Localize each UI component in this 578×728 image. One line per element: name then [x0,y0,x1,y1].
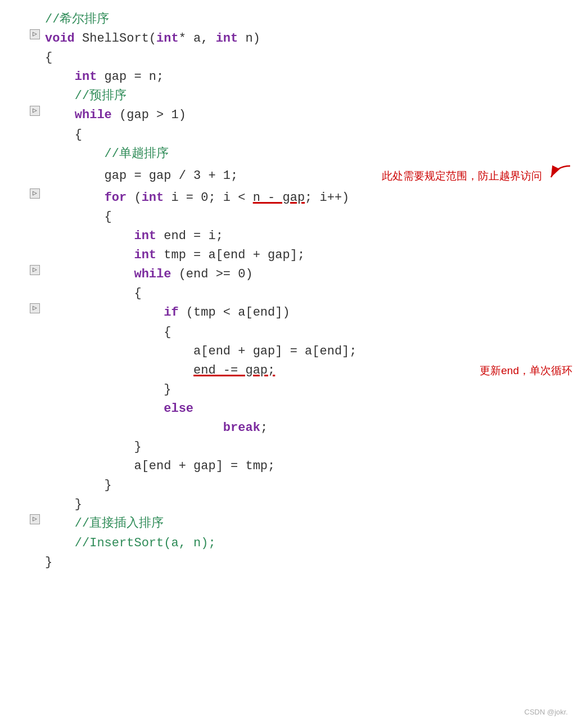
fold-icon-16[interactable]: ▷ [30,303,40,313]
line-4: int gap = n; [27,68,572,87]
code-break: break; [45,419,572,438]
code-while-end: while (end >= 0) [45,265,572,284]
gutter-6[interactable]: ▷ [27,106,43,116]
code-comment-single: //单趟排序 [45,145,572,164]
arrow-gap [545,164,572,188]
line-18: a[end + gap] = a[end]; [27,342,572,361]
line-16: ▷ if (tmp < a[end]) [27,303,572,322]
line-9: gap = gap / 3 + 1; 此处需要规定范围，防止越界访问 [27,164,572,188]
line-12: int end = i; [27,227,572,246]
code-comment-header: //希尔排序 [45,10,572,29]
annotation-gap: 此处需要规定范围，防止越界访问 [382,168,542,184]
line-7: { [27,125,572,145]
code-end-minus-gap: end -= gap; [45,361,475,380]
line-15: { [27,284,572,303]
line-25: } [27,476,572,495]
code-a-end-gap-assign: a[end + gap] = a[end]; [45,342,572,361]
line-2: ▷ void ShellSort(int* a, int n) [27,29,572,48]
gutter-2[interactable]: ▷ [27,29,43,39]
line-19: end -= gap; 更新end，单次循环 [27,361,572,380]
code-open-brace-1: { [45,125,572,145]
annotation-end: 更新end，单次循环 [480,362,572,379]
line-3: { [27,48,572,68]
fold-icon-2[interactable]: ▷ [30,29,40,39]
code-open-brace-0: { [45,48,572,68]
line-28: //InsertSort(a, n); [27,534,572,553]
code-a-end-gap-tmp: a[end + gap] = tmp; [45,457,572,476]
line-23: } [27,438,572,457]
gutter-14[interactable]: ▷ [27,265,43,275]
line-22: break; [27,419,572,438]
code-block: //希尔排序 ▷ void ShellSort(int* a, int n) {… [10,10,572,572]
code-for-loop: for (int i = 0; i < n - gap; i++) [45,188,572,208]
code-open-brace-3: { [45,284,572,303]
code-while-gap: while (gap > 1) [45,106,572,125]
gutter-27[interactable]: ▷ [27,514,43,524]
code-close-brace-2: } [45,476,572,495]
line-20: } [27,380,572,399]
line-10: ▷ for (int i = 0; i < n - gap; i++) [27,188,572,208]
fold-icon-27[interactable]: ▷ [30,514,40,524]
fold-icon-6[interactable]: ▷ [30,106,40,116]
code-close-brace-0: } [45,553,572,572]
line-14: ▷ while (end >= 0) [27,265,572,284]
gutter-16[interactable]: ▷ [27,303,43,313]
code-int-end: int end = i; [45,227,572,246]
code-close-brace-1: } [45,495,572,514]
line-26: } [27,495,572,514]
line-27: ▷ //直接插入排序 [27,514,572,533]
line-11: { [27,208,572,227]
line-17: { [27,323,572,342]
line-21: else [27,399,572,419]
code-int-tmp: int tmp = a[end + gap]; [45,246,572,265]
code-close-brace-4: } [45,380,572,399]
code-open-brace-2: { [45,208,572,227]
code-open-brace-4: { [45,323,572,342]
line-1: //希尔排序 [27,10,572,29]
line-6: ▷ while (gap > 1) [27,106,572,125]
line-29: } [27,553,572,572]
code-gap-assign: gap = gap / 3 + 1; [45,167,377,186]
line-8: //单趟排序 [27,145,572,164]
code-func-sig: void ShellSort(int* a, int n) [45,29,572,48]
fold-icon-14[interactable]: ▷ [30,265,40,275]
code-else: else [45,399,572,419]
code-close-brace-3: } [45,438,572,457]
gutter-10[interactable]: ▷ [27,188,43,199]
watermark: CSDN @jokr. [525,707,568,718]
line-24: a[end + gap] = tmp; [27,457,572,476]
line-13: int tmp = a[end + gap]; [27,246,572,265]
code-int-gap: int gap = n; [45,68,572,87]
line-5: //预排序 [27,87,572,106]
fold-icon-10[interactable]: ▷ [30,188,40,199]
code-if-tmp: if (tmp < a[end]) [45,303,572,322]
code-comment-presort: //预排序 [45,87,572,106]
code-comment-insertfn: //InsertSort(a, n); [45,534,572,553]
code-comment-insert: //直接插入排序 [45,514,572,533]
